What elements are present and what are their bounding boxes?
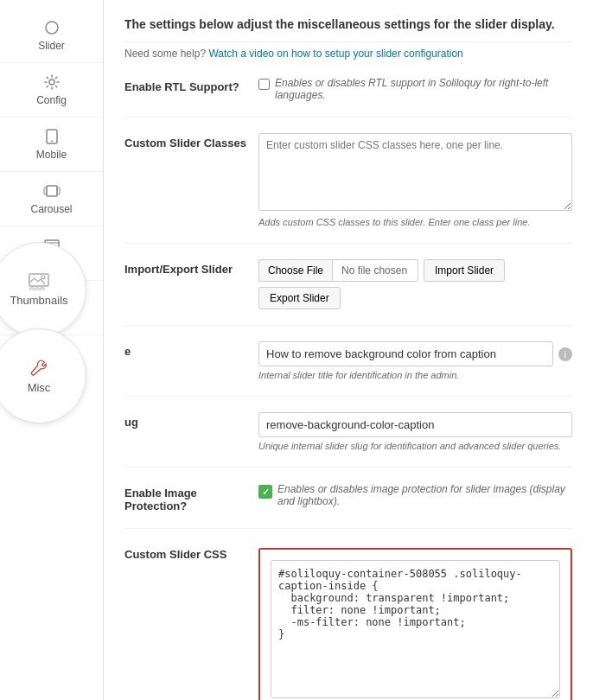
slider-slug-input[interactable] bbox=[258, 412, 572, 437]
rtl-control: Enables or disables RTL support in Solil… bbox=[258, 77, 572, 101]
rtl-row: Enable RTL Support? Enables or disables … bbox=[124, 77, 572, 118]
slider-title-note: Internal slider title for identification… bbox=[258, 370, 572, 380]
svg-point-10 bbox=[41, 276, 45, 279]
custom-classes-control: Adds custom CSS classes to this slider. … bbox=[258, 133, 572, 227]
sidebar-item-slider[interactable]: Slider bbox=[0, 9, 103, 63]
custom-classes-note: Adds custom CSS classes to this slider. … bbox=[258, 217, 572, 227]
import-export-control: Choose File No file chosen Import Slider… bbox=[258, 259, 572, 309]
slider-title-label: e bbox=[124, 341, 258, 358]
wrench-icon bbox=[29, 359, 48, 378]
export-button[interactable]: Export Slider bbox=[258, 287, 341, 309]
custom-css-label: Custom Slider CSS bbox=[124, 544, 258, 561]
import-export-label: Import/Export Slider bbox=[124, 259, 258, 276]
slider-slug-note: Unique internal slider slug for identifi… bbox=[258, 441, 572, 451]
thumbnails-icon bbox=[29, 273, 49, 290]
slider-slug-label: ug bbox=[124, 412, 258, 429]
sidebar-item-misc[interactable]: Misc bbox=[0, 328, 86, 423]
slider-slug-control: Unique internal slider slug for identifi… bbox=[258, 412, 572, 451]
help-link[interactable]: Watch a video on how to setup your slide… bbox=[208, 48, 462, 60]
sidebar-label-mobile: Mobile bbox=[36, 149, 67, 161]
import-export-row: Import/Export Slider Choose File No file… bbox=[124, 259, 572, 326]
rtl-description: Enables or disables RTL support in Solil… bbox=[275, 77, 572, 101]
rtl-checkbox[interactable] bbox=[258, 79, 270, 90]
svg-point-0 bbox=[46, 22, 58, 34]
svg-rect-12 bbox=[35, 288, 39, 290]
sidebar: Slider Config Mobile Carousel Lightbox bbox=[0, 0, 104, 700]
sidebar-item-mobile[interactable]: Mobile bbox=[0, 118, 103, 172]
page-description: The settings below adjust the miscellane… bbox=[124, 17, 572, 42]
svg-rect-13 bbox=[41, 288, 44, 290]
svg-rect-11 bbox=[30, 288, 34, 290]
protection-checkbox[interactable] bbox=[258, 485, 272, 499]
slider-slug-row: ug Unique internal slider slug for ident… bbox=[124, 412, 572, 468]
file-input-wrap: Choose File No file chosen bbox=[258, 259, 418, 282]
custom-css-textarea[interactable]: #soliloquy-container-508055 .soliloquy-c… bbox=[271, 560, 560, 698]
thumbnails-label: Thumbnails bbox=[10, 294, 67, 307]
main-content: The settings below adjust the miscellane… bbox=[104, 0, 593, 700]
sidebar-item-config[interactable]: Config bbox=[0, 63, 103, 118]
sidebar-label-carousel: Carousel bbox=[30, 203, 72, 215]
image-protection-control: Enables or disables image protection for… bbox=[258, 483, 572, 507]
svg-point-1 bbox=[49, 80, 54, 85]
svg-rect-5 bbox=[44, 188, 47, 194]
info-icon[interactable]: i bbox=[558, 347, 572, 361]
custom-classes-textarea[interactable] bbox=[258, 133, 572, 211]
file-name-display: No file chosen bbox=[332, 259, 418, 282]
svg-rect-6 bbox=[57, 188, 60, 194]
svg-rect-4 bbox=[47, 186, 57, 196]
custom-classes-label: Custom Slider Classes bbox=[124, 133, 258, 150]
help-prefix: Need some help? bbox=[124, 48, 206, 60]
sidebar-item-carousel[interactable]: Carousel bbox=[0, 172, 103, 226]
rtl-label: Enable RTL Support? bbox=[124, 77, 258, 93]
custom-css-control: #soliloquy-container-508055 .soliloquy-c… bbox=[258, 544, 572, 700]
slider-title-control: i Internal slider title for identificati… bbox=[258, 341, 572, 380]
gear-icon bbox=[43, 73, 61, 91]
sidebar-item-thumbnails[interactable]: Thumbnails bbox=[0, 242, 86, 337]
carousel-icon bbox=[43, 182, 61, 200]
sidebar-label-config: Config bbox=[36, 94, 67, 106]
slider-title-input[interactable] bbox=[258, 341, 553, 366]
image-protection-description: Enables or disables image protection for… bbox=[277, 483, 572, 507]
svg-point-3 bbox=[51, 141, 53, 143]
sidebar-label-slider: Slider bbox=[38, 40, 65, 52]
slider-title-row: e i Internal slider title for identifica… bbox=[124, 341, 572, 397]
image-protection-label: Enable Image Protection? bbox=[124, 483, 258, 512]
mobile-icon bbox=[43, 128, 61, 145]
help-text: Need some help? Watch a video on how to … bbox=[124, 48, 572, 60]
css-section: #soliloquy-container-508055 .soliloquy-c… bbox=[258, 548, 572, 700]
image-protection-row: Enable Image Protection? Enables or disa… bbox=[124, 483, 572, 529]
misc-label: Misc bbox=[28, 381, 51, 394]
sidebar-overlay: Thumbnails Misc bbox=[0, 242, 86, 406]
choose-file-button[interactable]: Choose File bbox=[258, 259, 332, 282]
custom-css-row: Custom Slider CSS #soliloquy-container-5… bbox=[124, 544, 572, 700]
import-button[interactable]: Import Slider bbox=[424, 259, 505, 282]
circle-icon bbox=[43, 19, 61, 36]
custom-classes-row: Custom Slider Classes Adds custom CSS cl… bbox=[124, 133, 572, 244]
